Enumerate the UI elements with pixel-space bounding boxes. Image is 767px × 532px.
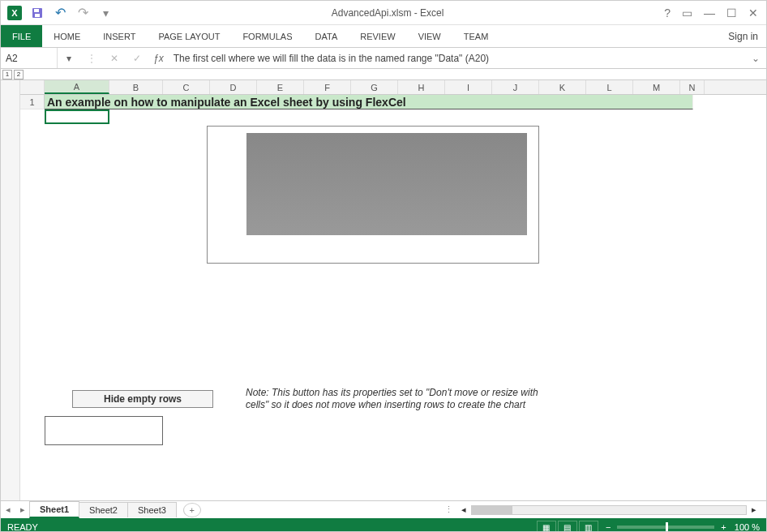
title-bar: X ↶ ↷ ▾ AdvancedApi.xlsm - Excel ? ▭ — ☐… <box>1 1 766 25</box>
tab-view[interactable]: VIEW <box>407 25 452 47</box>
formula-separator: ⋮ <box>80 53 103 64</box>
tab-team[interactable]: TEAM <box>452 25 500 47</box>
ribbon-tabs: FILE HOME INSERT PAGE LAYOUT FORMULAS DA… <box>1 25 766 48</box>
sheet-nav-prev-icon[interactable]: ▸ <box>15 504 30 515</box>
qat-customize-icon[interactable]: ▾ <box>98 6 113 20</box>
active-cell-indicator <box>45 109 109 124</box>
sheet-tab-1[interactable]: Sheet1 <box>29 501 79 518</box>
zoom-in-icon[interactable]: + <box>721 522 726 532</box>
zoom-level: 100 % <box>735 522 760 532</box>
status-bar: READY ▦ ▤ ▥ − + 100 % <box>1 518 766 532</box>
cancel-formula-icon[interactable]: ✕ <box>103 53 126 64</box>
col-header-I[interactable]: I <box>445 80 492 94</box>
tab-review[interactable]: REVIEW <box>349 25 406 47</box>
tab-data[interactable]: DATA <box>304 25 349 47</box>
col-header-M[interactable]: M <box>633 80 680 94</box>
view-page-break-icon[interactable]: ▥ <box>579 521 598 532</box>
col-header-K[interactable]: K <box>539 80 586 94</box>
col-header-J[interactable]: J <box>492 80 539 94</box>
close-icon[interactable]: ✕ <box>748 6 758 19</box>
view-page-layout-icon[interactable]: ▤ <box>558 521 577 532</box>
tab-file[interactable]: FILE <box>1 25 42 47</box>
svg-rect-2 <box>35 14 40 17</box>
cell[interactable]: An example on how to manipulate an Excel… <box>45 95 693 109</box>
sheet-tab-bar: ◂ ▸ Sheet1 Sheet2 Sheet3 + ⋮ ◂ ▸ <box>1 500 766 518</box>
col-header-N[interactable]: N <box>680 80 705 94</box>
tab-home[interactable]: HOME <box>42 25 92 47</box>
name-box[interactable]: A2 <box>1 48 58 68</box>
excel-icon: X <box>7 6 22 20</box>
formula-bar: A2 ▾ ⋮ ✕ ✓ ƒx The first cell where we wi… <box>1 48 766 69</box>
new-sheet-button[interactable]: + <box>183 503 201 517</box>
col-header-C[interactable]: C <box>163 80 210 94</box>
col-header-F[interactable]: F <box>304 80 351 94</box>
outline-gutter <box>1 80 20 500</box>
sign-in-link[interactable]: Sign in <box>720 25 766 47</box>
tab-page-layout[interactable]: PAGE LAYOUT <box>147 25 231 47</box>
zoom-out-icon[interactable]: − <box>606 522 611 532</box>
col-header-D[interactable]: D <box>210 80 257 94</box>
status-ready: READY <box>7 522 38 532</box>
col-header-E[interactable]: E <box>257 80 304 94</box>
col-header-A[interactable]: A <box>45 80 109 94</box>
outline-level-bar: 1 2 <box>1 69 766 80</box>
minimize-icon[interactable]: — <box>704 6 715 19</box>
view-normal-icon[interactable]: ▦ <box>537 521 556 532</box>
sheet-tab-2[interactable]: Sheet2 <box>79 502 128 517</box>
col-header-H[interactable]: H <box>398 80 445 94</box>
ribbon-options-icon[interactable]: ▭ <box>682 6 692 19</box>
window-title: AdvancedApi.xlsm - Excel <box>119 7 656 19</box>
formula-expand-icon[interactable]: ⌄ <box>745 53 766 64</box>
sheet-nav-first-icon[interactable]: ◂ <box>1 504 15 515</box>
quick-access-toolbar: X ↶ ↷ ▾ <box>1 6 119 20</box>
hide-empty-rows-button[interactable]: Hide empty rows <box>72 390 213 408</box>
window-controls: ? ▭ — ☐ ✕ <box>656 6 766 19</box>
tab-insert[interactable]: INSERT <box>92 25 147 47</box>
fx-icon[interactable]: ƒx <box>148 53 169 64</box>
enter-formula-icon[interactable]: ✓ <box>126 53 148 64</box>
column-headers: A B C D E F G H I J K L M N <box>20 80 766 95</box>
undo-icon[interactable]: ↶ <box>53 6 67 20</box>
help-icon[interactable]: ? <box>664 6 671 19</box>
outline-level-2[interactable]: 2 <box>14 70 24 79</box>
col-header-G[interactable]: G <box>351 80 398 94</box>
tab-formulas[interactable]: FORMULAS <box>231 25 303 47</box>
worksheet-grid: A B C D E F G H I J K L M N 1An example … <box>1 80 766 500</box>
col-header-B[interactable]: B <box>109 80 163 94</box>
col-header-L[interactable]: L <box>586 80 633 94</box>
note-text: Note: This button has its properties set… <box>246 387 546 411</box>
save-icon[interactable] <box>30 6 45 20</box>
rows-container: 1An example on how to manipulate an Exce… <box>20 95 766 109</box>
zoom-slider[interactable] <box>617 526 714 529</box>
sheet-tab-3[interactable]: Sheet3 <box>127 502 177 517</box>
outline-level-1[interactable]: 1 <box>2 70 12 79</box>
table-range-border <box>45 416 163 445</box>
maximize-icon[interactable]: ☐ <box>726 6 737 19</box>
svg-rect-1 <box>34 9 39 12</box>
formula-input[interactable]: The first cell where we will fill the da… <box>169 53 745 64</box>
chart-plot-area <box>246 133 527 235</box>
row-1: 1An example on how to manipulate an Exce… <box>20 95 766 109</box>
select-all-button[interactable] <box>20 80 45 94</box>
horizontal-scrollbar[interactable]: ⋮ ◂ ▸ <box>201 504 766 515</box>
chart-object[interactable] <box>207 126 539 264</box>
row-header-1[interactable]: 1 <box>20 95 45 109</box>
name-box-dropdown-icon[interactable]: ▾ <box>58 53 80 64</box>
redo-icon[interactable]: ↷ <box>75 6 90 20</box>
